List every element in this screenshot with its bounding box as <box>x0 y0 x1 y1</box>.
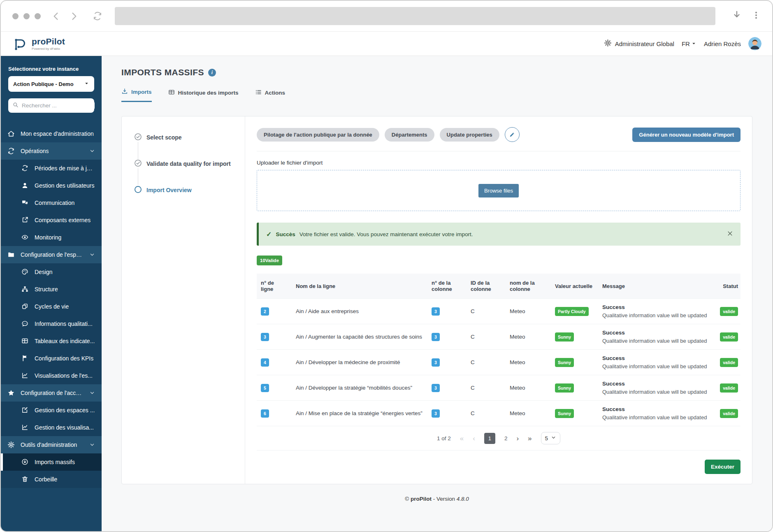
pagination: 1 of 2 « ‹ 1 2 › » 5 <box>257 426 741 451</box>
sidebar-item-corbeille[interactable]: Corbeille <box>1 471 102 488</box>
sidebar-item-outils-administration[interactable]: Outils d'administration <box>1 436 102 453</box>
browser-back-icon[interactable] <box>51 12 61 21</box>
import-results-table: n° de ligne Nom de la ligne n° de la col… <box>257 274 741 426</box>
column-number-badge: 3 <box>432 384 440 392</box>
tab-historique-imports[interactable]: Historique des imports <box>168 88 239 102</box>
propilot-logo[interactable]: proPilot Powered by dFakto <box>12 35 65 52</box>
page-title: IMPORTS MASSIFS <box>121 67 204 77</box>
message-detail: Qualitative information value will be up… <box>602 414 708 420</box>
file-dropzone[interactable]: Browse files <box>257 170 741 211</box>
footer-version-label: - Version <box>433 496 455 502</box>
sidebar-item-structure[interactable]: Structure <box>1 281 102 298</box>
table-row: 4 Ain / Développer la médecine de proxim… <box>257 350 741 375</box>
sidebar-item-config-accueil[interactable]: Configuration de l'accueil <box>1 384 102 402</box>
sidebar-item-imports-massifs[interactable]: Imports massifs <box>1 453 102 471</box>
column-number-badge: 3 <box>432 307 440 316</box>
step-import-overview[interactable]: Import Overview <box>134 186 237 195</box>
close-icon[interactable] <box>727 230 733 238</box>
sidebar-item-mon-espace[interactable]: Mon espace d'administration <box>1 125 102 142</box>
sidebar-search[interactable] <box>8 98 94 113</box>
propilot-logo-mark <box>12 35 28 52</box>
avatar[interactable] <box>748 37 761 50</box>
download-circle-icon <box>21 458 29 466</box>
page-1-button[interactable]: 1 <box>484 433 495 444</box>
table-header-row: n° de ligne Nom de la ligne n° de la col… <box>257 274 741 299</box>
execute-button[interactable]: Exécuter <box>705 460 741 474</box>
sidebar-item-cycles-de-vie[interactable]: Cycles de vie <box>1 298 102 315</box>
browse-files-button[interactable]: Browse files <box>478 184 519 197</box>
layers-icon <box>21 303 29 310</box>
download-icon[interactable] <box>732 10 742 22</box>
browser-forward-icon[interactable] <box>69 12 79 21</box>
col-header-line-no: n° de ligne <box>257 274 292 299</box>
valid-count-badge: 10Valide <box>257 256 282 265</box>
window-control-dot[interactable] <box>35 13 41 19</box>
browser-refresh-icon[interactable] <box>93 11 102 21</box>
window-control-dot[interactable] <box>23 13 30 19</box>
role-menu[interactable]: Administrateur Global <box>604 39 674 48</box>
sidebar-item-composants-externes[interactable]: Composants externes <box>1 211 102 229</box>
col-header-line-name: Nom de la ligne <box>292 274 427 299</box>
sidebar-item-gestion-espaces[interactable]: Gestion des espaces ... <box>1 402 102 419</box>
chevron-down-icon <box>89 252 95 258</box>
sidebar-item-communication[interactable]: Communication <box>1 194 102 211</box>
line-name-cell: Ain / Mise en place de la stratégie “éne… <box>292 401 427 426</box>
status-badge: valide <box>720 358 738 367</box>
sidebar-item-operations[interactable]: Opérations <box>1 142 102 160</box>
current-value-badge: Partly Cloudy <box>555 307 589 316</box>
sidebar-item-config-espace[interactable]: Configuration de l'espace d... <box>1 246 102 263</box>
chart-line-icon <box>21 372 29 379</box>
window-control-dot[interactable] <box>12 13 19 19</box>
step-select-scope[interactable]: Select scope <box>134 133 237 142</box>
message-cell: Success Qualitative information value wi… <box>598 324 712 350</box>
sidebar-item-design[interactable]: Design <box>1 263 102 281</box>
sidebar-item-monitoring[interactable]: Monitoring <box>1 229 102 246</box>
message-title: Success <box>602 304 708 310</box>
generate-import-template-button[interactable]: Générer un nouveau modèle d'import <box>632 128 741 142</box>
status-badge: valide <box>720 307 738 316</box>
stepper: Select scope Validate data quality for i… <box>122 116 245 484</box>
sidebar-item-config-kpis[interactable]: Configuration des KPIs <box>1 350 102 367</box>
user-name[interactable]: Adrien Rozès <box>704 40 741 47</box>
line-name-cell: Ain / Développer la stratégie “mobilités… <box>292 375 427 401</box>
sidebar-item-gestion-visualisations[interactable]: Gestion des visualisa... <box>1 419 102 436</box>
address-bar[interactable] <box>115 7 715 25</box>
page-2-button[interactable]: 2 <box>504 435 508 441</box>
column-id-cell: C <box>467 324 506 350</box>
table-row: 6 Ain / Mise en place de la stratégie “é… <box>257 401 741 426</box>
last-page-button[interactable]: » <box>528 435 532 442</box>
window-controls[interactable] <box>12 13 41 19</box>
comment-icon <box>21 320 29 328</box>
search-input[interactable] <box>22 102 95 109</box>
column-number-badge: 3 <box>432 358 440 367</box>
first-page-button[interactable]: « <box>460 435 464 442</box>
folder-icon <box>7 251 15 258</box>
chevron-down-icon <box>89 442 95 448</box>
table-icon <box>21 337 29 345</box>
tab-imports[interactable]: Imports <box>121 88 152 102</box>
column-id-cell: C <box>467 350 506 375</box>
info-icon[interactable]: i <box>208 69 216 77</box>
instance-select[interactable]: Action Publique - Demo <box>8 76 94 92</box>
step-validate-data-quality[interactable]: Validate data quality for import <box>134 159 237 168</box>
next-page-button[interactable]: › <box>516 435 519 442</box>
page-size-select[interactable]: 5 <box>541 432 561 444</box>
table-row: 3 Ain / Augmenter la capacité des struct… <box>257 324 741 350</box>
external-link-icon <box>21 216 29 224</box>
prev-page-button[interactable]: ‹ <box>473 435 475 442</box>
column-name-cell: Meteo <box>506 299 551 324</box>
language-selector[interactable]: FR <box>682 40 696 47</box>
table-body: 2 Ain / Aide aux entreprises 3 C Meteo P… <box>257 299 741 426</box>
sidebar-item-informations-qualitatives[interactable]: Informations qualitati... <box>1 315 102 332</box>
sidebar-item-utilisateurs[interactable]: Gestion des utilisateurs <box>1 177 102 194</box>
brand-tagline: Powered by dFakto <box>32 47 65 51</box>
sidebar-item-visualisations[interactable]: Visualisations de l'es... <box>1 367 102 384</box>
tab-actions[interactable]: Actions <box>255 88 286 102</box>
check-circle-icon <box>134 159 142 168</box>
sidebar-item-periodes[interactable]: Périodes de mise à jour <box>1 160 102 177</box>
browser-menu-icon[interactable] <box>752 11 761 21</box>
message-cell: Success Qualitative information value wi… <box>598 375 712 401</box>
footer-brand: proPilot <box>411 496 432 502</box>
edit-scope-button[interactable] <box>505 127 520 142</box>
sidebar-item-tableaux-indicateurs[interactable]: Tableaux des indicate... <box>1 332 102 350</box>
